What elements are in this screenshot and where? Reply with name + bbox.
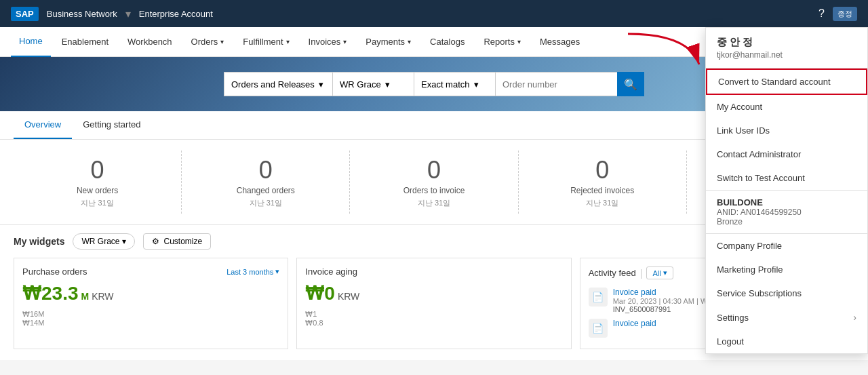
changed-orders-date: 지난 31일 [182,198,349,208]
tab-getting-started[interactable]: Getting started [72,111,151,139]
menu-item-enablement[interactable]: Enablement [54,27,117,57]
invoice-aging-header: Invoice aging [305,267,562,277]
service-subscriptions-item[interactable]: Service Subscriptions [706,281,867,305]
menu-item-reports[interactable]: Reports ▾ [475,27,529,57]
customize-label: Customize [163,237,202,246]
search-company-arrow: ▾ [385,79,390,90]
account-dropdown: 중 안 정 tjkor@hanmail.net Convert to Stand… [705,27,868,354]
logout-item[interactable]: Logout [706,330,867,353]
company-name: BUILDONE [717,197,856,208]
search-bar: Orders and Releases ▾ WR Grace ▾ Exact m… [224,72,644,96]
dropdown-company-section: BUILDONE ANID: AN01464599250 Bronze [706,190,867,234]
menu-item-workbench[interactable]: Workbench [119,27,180,57]
po-sub2: ₩14M [22,319,279,328]
search-match-label: Exact match [421,79,470,90]
link-user-ids-item[interactable]: Link User IDs [706,119,867,142]
purchase-orders-title: Purchase orders [22,267,87,277]
dropdown-email: tjkor@hanmail.net [717,50,856,60]
rejected-invoices-date: 지난 31일 [519,198,686,208]
search-category-select[interactable]: Orders and Releases ▾ [224,72,332,96]
activity-header-row: Activity feed | All ▾ [589,267,673,279]
settings-arrow: › [853,312,856,323]
activity-title-2[interactable]: Invoice paid [613,319,656,328]
company-anid: ANID: AN01464599250 [717,208,856,217]
reports-arrow: ▾ [517,38,521,45]
activity-filter-arrow: ▾ [663,269,667,277]
stat-orders-to-invoice: 0 Orders to invoice 지난 31일 [350,151,518,214]
sap-logo: SAP [11,7,39,21]
logout-label: Logout [717,336,744,347]
my-account-label: My Account [717,102,762,112]
stat-changed-orders: 0 Changed orders 지난 31일 [182,151,350,214]
search-button[interactable]: 🔍 [617,72,644,96]
search-company-label: WR Grace [340,79,381,90]
invoice-aging-widget: Invoice aging ₩0 KRW ₩1 ₩0.8 [296,258,571,349]
link-user-ids-label: Link User IDs [717,125,770,136]
my-account-item[interactable]: My Account [706,95,867,119]
company-tier: Bronze [717,217,856,226]
customize-button[interactable]: ⚙ Customize [143,233,211,250]
purchase-orders-widget: Purchase orders Last 3 months ▾ ₩23.3 M … [14,258,288,349]
switch-test-account-item[interactable]: Switch to Test Account [706,166,867,190]
ia-sub1: ₩1 [305,310,562,319]
menu-item-home[interactable]: Home [11,27,51,57]
help-icon[interactable]: ? [818,7,825,20]
search-match-arrow: ▾ [474,79,479,90]
search-company-select[interactable]: WR Grace ▾ [332,72,414,96]
rejected-invoices-count: 0 [519,156,686,184]
company-profile-item[interactable]: Company Profile [706,234,867,258]
invoice-aging-currency: KRW [338,291,359,302]
activity-filter[interactable]: All ▾ [646,267,673,279]
menu-item-catalogs[interactable]: Catalogs [422,27,473,57]
activity-icon-1: 📄 [589,288,608,307]
orders-to-invoice-label: Orders to invoice [350,186,517,195]
contact-admin-item[interactable]: Contact Administrator [706,142,867,166]
ia-sub2: ₩0.8 [305,319,562,328]
wr-grace-filter[interactable]: WR Grace ▾ [73,233,135,250]
new-orders-label: New orders [14,186,181,195]
purchase-orders-suffix: M [81,291,90,302]
account-type: Enterprise Account [139,9,213,19]
new-orders-count: 0 [14,156,181,184]
activity-details-2: Invoice paid [613,319,656,328]
search-input[interactable] [495,72,617,96]
activity-feed-title: Activity feed [589,268,636,278]
convert-account-item[interactable]: Convert to Standard account [706,68,867,95]
purchase-orders-amount: ₩23.3 [22,282,79,304]
fulfillment-arrow: ▾ [286,38,290,45]
top-navigation: SAP Business Network ▾ Enterprise Accoun… [0,0,868,27]
marketing-profile-item[interactable]: Marketing Profile [706,258,867,281]
tab-overview[interactable]: Overview [14,111,72,139]
page-wrapper: SAP Business Network ▾ Enterprise Accoun… [0,0,868,375]
stat-new-orders: 0 New orders 지난 31일 [14,151,182,214]
menu-item-invoices[interactable]: Invoices ▾ [300,27,355,57]
po-sub1: ₩16M [22,310,279,319]
menu-item-messages[interactable]: Messages [532,27,588,57]
orders-arrow: ▾ [220,38,224,45]
settings-item[interactable]: Settings › [706,305,867,330]
invoice-aging-amount: ₩0 [305,282,335,304]
orders-to-invoice-count: 0 [350,156,517,184]
top-nav-left: SAP Business Network ▾ Enterprise Accoun… [11,7,213,21]
menu-item-payments[interactable]: Payments ▾ [357,27,419,57]
convert-account-label: Convert to Standard account [718,77,831,87]
search-match-select[interactable]: Exact match ▾ [414,72,495,96]
activity-separator: | [640,268,643,279]
changed-orders-count: 0 [182,156,349,184]
purchase-orders-header: Purchase orders Last 3 months ▾ [22,267,279,277]
wr-grace-label: WR Grace [81,237,119,246]
changed-orders-label: Changed orders [182,186,349,195]
purchase-orders-filter[interactable]: Last 3 months ▾ [226,267,279,276]
user-avatar[interactable]: 종정 [833,7,857,21]
search-category-label: Orders and Releases [231,79,315,90]
widgets-title: My widgets [14,236,64,247]
payments-arrow: ▾ [408,38,411,45]
menu-item-fulfillment[interactable]: Fulfillment ▾ [235,27,297,57]
rejected-invoices-label: Rejected invoices [519,186,686,195]
po-filter-arrow: ▾ [275,267,279,276]
settings-label: Settings [717,313,749,323]
search-category-arrow: ▾ [319,79,323,90]
menu-item-orders[interactable]: Orders ▾ [183,27,233,57]
dropdown-user-section: 중 안 정 tjkor@hanmail.net [706,28,867,68]
activity-filter-label: All [652,269,660,277]
